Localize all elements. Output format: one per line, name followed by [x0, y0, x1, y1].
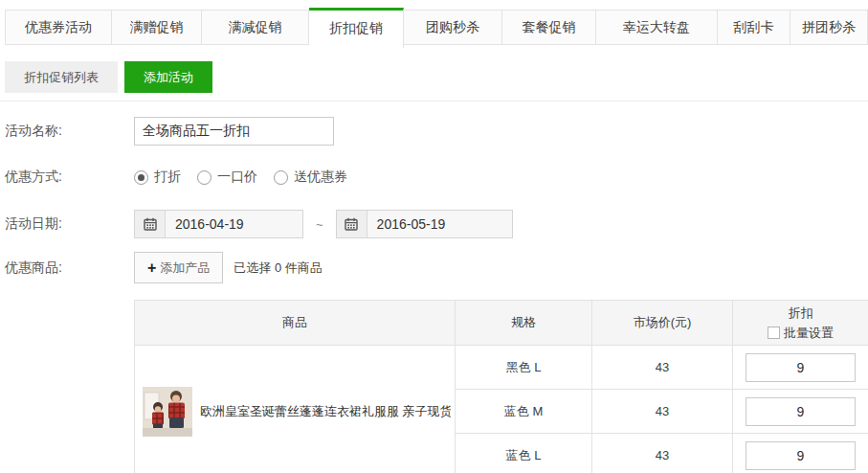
radio-icon [197, 170, 211, 185]
radio-option-label: 打折 [154, 169, 181, 186]
product-image [143, 387, 192, 437]
tab-groupbuy-flashsale[interactable]: 团购秒杀 [404, 10, 502, 45]
discount-cell [733, 346, 868, 390]
spec-cell: 蓝色 M [456, 390, 592, 434]
plus-icon: + [147, 260, 156, 276]
add-activity-button[interactable]: 添加活动 [124, 61, 212, 93]
tab-full-reduction-promo[interactable]: 满减促销 [202, 10, 309, 45]
discount-cell [733, 390, 868, 434]
product-cell: 欧洲皇室圣诞蕾丝蓬蓬连衣裙礼服服 亲子现货 [135, 346, 456, 473]
calendar-icon [135, 211, 166, 237]
end-date-picker[interactable]: 2016-05-19 [336, 210, 513, 238]
start-date-picker[interactable]: 2016-04-19 [134, 210, 303, 238]
discount-products-row: 优惠商品: + 添加产品 已选择 0 件商品 [5, 252, 868, 283]
column-header-discount: 折扣 批量设置 [733, 301, 868, 346]
activity-date-label: 活动日期: [5, 215, 134, 233]
discount-input[interactable] [746, 353, 856, 382]
tab-full-gift-promo[interactable]: 满赠促销 [112, 10, 202, 45]
discount-method-label: 优惠方式: [5, 169, 134, 186]
activity-name-label: 活动名称: [5, 123, 134, 140]
radio-option-fixed-price[interactable]: 一口价 [197, 169, 257, 186]
discount-input[interactable] [746, 397, 856, 426]
tab-lucky-wheel[interactable]: 幸运大转盘 [596, 10, 718, 45]
spec-cell: 蓝色 L [456, 434, 592, 473]
promotion-tabbar: 优惠券活动 满赠促销 满减促销 折扣促销 团购秒杀 套餐促销 幸运大转盘 刮刮卡… [0, 0, 868, 48]
add-product-label: 添加产品 [160, 259, 210, 277]
radio-option-label: 一口价 [217, 169, 257, 186]
table-row: 欧洲皇室圣诞蕾丝蓬蓬连衣裙礼服服 亲子现货 黑色 L 43 [135, 346, 868, 390]
radio-icon [274, 170, 288, 185]
discount-list-button[interactable]: 折扣促销列表 [5, 61, 118, 93]
price-cell: 43 [592, 390, 733, 434]
batch-set-toggle[interactable]: 批量设置 [768, 325, 834, 342]
discount-products-label: 优惠商品: [5, 259, 134, 277]
tab-group-flashsale[interactable]: 拼团秒杀 [790, 10, 868, 45]
discount-method-row: 优惠方式: 打折 一口价 送优惠券 [5, 169, 868, 186]
activity-date-row: 活动日期: 2016-04-19 ~ 2016-0 [5, 210, 868, 238]
price-cell: 43 [592, 346, 733, 390]
column-header-spec: 规格 [456, 301, 592, 346]
price-cell: 43 [592, 434, 733, 473]
activity-name-row: 活动名称: [5, 117, 868, 146]
spec-cell: 黑色 L [456, 346, 592, 390]
radio-icon [134, 170, 148, 185]
column-header-product: 商品 [135, 301, 456, 346]
radio-option-label: 送优惠券 [294, 169, 347, 186]
selected-count-text: 已选择 0 件商品 [234, 259, 322, 277]
add-product-button[interactable]: + 添加产品 [134, 252, 223, 283]
batch-set-label: 批量设置 [784, 325, 834, 342]
start-date-value: 2016-04-19 [166, 216, 244, 232]
tab-package-promo[interactable]: 套餐促销 [502, 10, 596, 45]
subnav-divider [0, 101, 868, 101]
table-header-row: 商品 规格 市场价(元) 折扣 批量设置 [135, 301, 868, 346]
radio-option-give-coupon[interactable]: 送优惠券 [274, 169, 347, 186]
discount-cell [733, 434, 868, 473]
date-range-separator: ~ [316, 217, 323, 232]
radio-option-discount[interactable]: 打折 [134, 169, 181, 186]
tab-coupon-activity[interactable]: 优惠券活动 [5, 10, 112, 45]
activity-name-input[interactable] [134, 117, 334, 146]
discount-input[interactable] [746, 441, 856, 470]
discount-subnav: 折扣促销列表 添加活动 [5, 61, 868, 93]
batch-set-checkbox[interactable] [768, 327, 780, 339]
column-header-price: 市场价(元) [592, 301, 733, 346]
tab-discount-promo[interactable]: 折扣促销 [309, 8, 404, 48]
discount-header-label: 折扣 [789, 304, 813, 322]
product-title: 欧洲皇室圣诞蕾丝蓬蓬连衣裙礼服服 亲子现货 [200, 403, 451, 420]
end-date-value: 2016-05-19 [367, 216, 446, 232]
tab-scratch-card[interactable]: 刮刮卡 [718, 10, 790, 45]
calendar-icon [337, 211, 367, 237]
discount-products-table: 商品 规格 市场价(元) 折扣 批量设置 [134, 300, 868, 473]
